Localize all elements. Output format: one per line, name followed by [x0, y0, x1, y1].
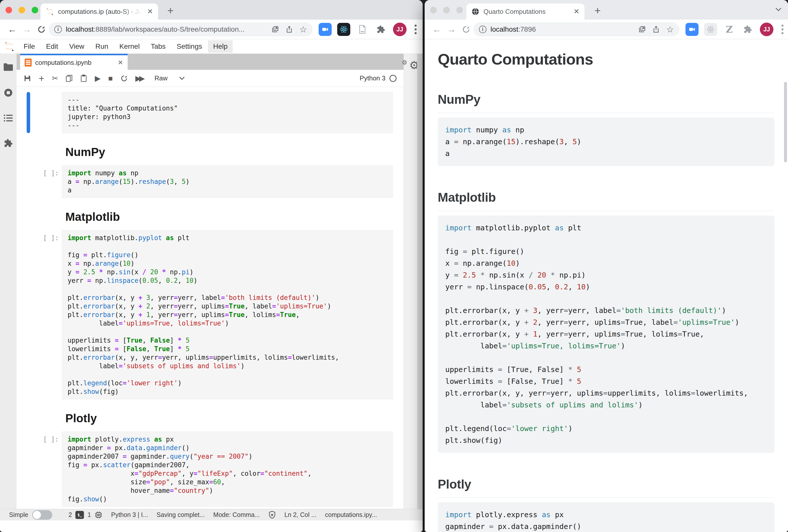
reload-icon[interactable] — [34, 25, 49, 34]
zoom-extension-icon[interactable] — [686, 23, 698, 36]
minimize-window-button[interactable] — [443, 7, 450, 13]
open-in-new-icon[interactable] — [271, 26, 279, 33]
minimize-window-button[interactable] — [19, 7, 25, 13]
profile-avatar[interactable]: JJ — [393, 23, 407, 36]
notebook-tab-close-icon[interactable]: ✕ — [118, 59, 123, 66]
menu-kernel[interactable]: Kernel — [114, 40, 145, 53]
menu-run[interactable]: Run — [91, 40, 113, 53]
zoom-extension-icon[interactable] — [319, 23, 332, 36]
site-info-icon[interactable]: i — [479, 26, 487, 33]
kernel-status-text[interactable]: Python 3 | I... — [111, 511, 148, 518]
open-in-new-icon[interactable] — [638, 26, 646, 33]
new-tab-button[interactable]: + — [594, 5, 601, 16]
save-icon[interactable] — [24, 75, 31, 82]
cell-editor[interactable]: --- title: "Quarto Computations" jupyter… — [62, 92, 393, 133]
line-col-indicator[interactable]: Ln 2, Col ... — [284, 511, 317, 518]
kernel-indicator[interactable]: Python 3 — [359, 74, 396, 82]
window-scroll-gutter[interactable] — [417, 54, 422, 509]
z-extension-icon[interactable]: Z — [723, 23, 736, 36]
page-scrollbar[interactable] — [784, 82, 787, 162]
browser-menu-icon[interactable] — [779, 25, 786, 34]
tab-close-icon[interactable]: ✕ — [147, 8, 153, 15]
cell-editor[interactable]: import numpy as np a = np.arange(15).res… — [62, 165, 393, 198]
profile-avatar[interactable]: JJ — [760, 23, 773, 36]
browser-menu-icon[interactable] — [412, 25, 419, 34]
running-kernels-icon[interactable] — [3, 88, 13, 98]
restart-run-all-icon[interactable]: ▶▶ — [135, 75, 143, 82]
code-cell[interactable]: [ ]:import numpy as np a = np.arange(15)… — [17, 165, 403, 198]
close-window-button[interactable] — [430, 7, 437, 13]
property-inspector-icon[interactable]: ⚙⚙ — [404, 59, 419, 71]
extensions-puzzle-icon[interactable] — [374, 23, 388, 36]
zoom-window-button[interactable] — [456, 7, 463, 13]
add-cell-icon[interactable]: + — [39, 74, 44, 83]
status-bar: Simple 2 $_ 1 Python 3 | I... Saving com… — [0, 509, 422, 520]
simple-mode-toggle[interactable] — [32, 510, 52, 520]
menu-tabs[interactable]: Tabs — [146, 40, 171, 53]
menu-file[interactable]: File — [19, 40, 40, 53]
close-window-button[interactable] — [5, 7, 12, 13]
kernel-chip-icon[interactable] — [95, 511, 102, 519]
terminal-count: 2 — [68, 511, 72, 518]
new-tab-button[interactable]: + — [168, 5, 174, 16]
chevron-down-icon — [179, 77, 185, 80]
code-block-text: import plotly.express as px gapminder = … — [445, 509, 767, 532]
kernel-count: 1 — [87, 511, 91, 518]
paste-cells-icon[interactable] — [80, 75, 87, 82]
table-of-contents-icon[interactable] — [3, 114, 13, 122]
back-icon[interactable]: ← — [5, 24, 20, 35]
url-text[interactable]: localhost:8889/lab/workspaces/auto-S/tre… — [66, 25, 267, 34]
url-text[interactable]: localhost:7896 — [491, 25, 634, 34]
window-controls[interactable] — [5, 7, 38, 13]
restart-kernel-icon[interactable] — [120, 75, 128, 82]
extensions-row: JJ — [319, 23, 419, 36]
forward-icon[interactable]: → — [444, 24, 459, 35]
markdown-heading[interactable]: NumPy — [65, 145, 403, 159]
extensions-puzzle-icon[interactable] — [741, 23, 754, 36]
react-devtools-icon[interactable] — [704, 23, 717, 36]
saving-status: Saving complet... — [157, 511, 205, 518]
document-extension-icon[interactable] — [356, 23, 369, 36]
browser-tab[interactable]: Quarto Computations ✕ — [466, 3, 585, 20]
bookmark-star-icon[interactable]: ☆ — [299, 24, 307, 35]
notebook-content[interactable]: --- title: "Quarto Computations" jupyter… — [17, 87, 403, 515]
cut-cells-icon[interactable]: ✂ — [52, 75, 58, 82]
bookmark-star-icon[interactable]: ☆ — [666, 24, 674, 35]
code-cell[interactable]: [ ]:import plotly.express as px gapminde… — [17, 431, 403, 507]
cell-type-dropdown[interactable]: Raw — [155, 74, 185, 82]
file-browser-icon[interactable] — [3, 63, 13, 71]
notebook-tab[interactable]: computations.ipynb ✕ — [20, 54, 127, 70]
menu-view[interactable]: View — [64, 40, 89, 53]
zoom-window-button[interactable] — [32, 7, 38, 13]
menu-settings[interactable]: Settings — [172, 40, 207, 53]
site-info-icon[interactable]: i — [54, 26, 62, 33]
markdown-heading[interactable]: Matplotlib — [65, 210, 403, 224]
share-icon[interactable] — [652, 26, 660, 33]
reload-icon[interactable] — [459, 25, 473, 34]
copy-cells-icon[interactable] — [65, 75, 73, 82]
address-bar[interactable]: i localhost:7896 ☆ — [473, 22, 679, 36]
raw-cell[interactable]: --- title: "Quarto Computations" jupyter… — [17, 92, 403, 133]
react-devtools-icon[interactable] — [337, 23, 350, 36]
menu-help[interactable]: Help — [208, 40, 233, 53]
command-mode-indicator[interactable]: Mode: Comma... — [213, 511, 260, 518]
window-controls[interactable] — [430, 7, 463, 13]
cell-editor[interactable]: import plotly.express as px gapminder = … — [62, 431, 393, 507]
cell-editor[interactable]: import matplotlib.pyplot as plt fig = pl… — [62, 230, 393, 400]
browser-tab[interactable]: computations.ip (auto-S) - Jup ✕ — [40, 3, 158, 20]
back-icon[interactable]: ← — [430, 24, 444, 35]
address-bar[interactable]: i localhost:8889/lab/workspaces/auto-S/t… — [49, 22, 313, 36]
markdown-heading[interactable]: Plotly — [65, 411, 403, 425]
run-cell-icon[interactable]: ▶ — [95, 75, 100, 82]
section-heading: NumPy — [438, 92, 774, 113]
tab-close-icon[interactable]: ✕ — [574, 8, 579, 15]
menu-edit[interactable]: Edit — [41, 40, 63, 53]
jupyter-favicon — [45, 7, 54, 16]
terminal-icon[interactable]: $_ — [75, 511, 84, 519]
interrupt-kernel-icon[interactable]: ■ — [108, 75, 113, 82]
notebook-tab-title: computations.ipynb — [35, 59, 114, 66]
tab-search-chevron-icon[interactable] — [775, 7, 782, 12]
code-cell[interactable]: [ ]:import matplotlib.pyplot as plt fig … — [17, 230, 403, 400]
share-icon[interactable] — [285, 26, 293, 33]
extension-manager-icon[interactable] — [4, 139, 13, 148]
